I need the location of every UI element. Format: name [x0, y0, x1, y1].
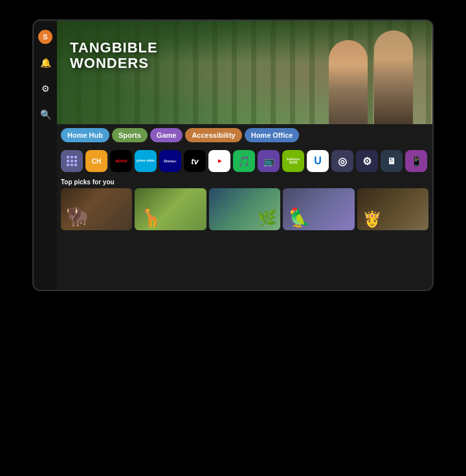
appletv-app-icon[interactable]: tv [184, 150, 206, 172]
hero-title: TANGBIBLE WONDERS [70, 40, 158, 71]
hero-banner: TANGBIBLE WONDERS [57, 21, 432, 124]
accessibility-button[interactable]: Accessibility [185, 128, 241, 142]
picks-row [61, 188, 428, 230]
sports-button[interactable]: Sports [112, 128, 148, 142]
character-1 [329, 40, 368, 124]
netflix-app-icon[interactable]: NETFLIX [110, 150, 132, 172]
monitor-app-icon[interactable]: 🖥 [381, 150, 403, 172]
home-hub-button[interactable]: Home Hub [61, 128, 109, 142]
twitch-app-icon[interactable]: 📺 [258, 150, 280, 172]
apps-row: CH NETFLIX prime video Disney+ tv ▶ 🎵 📺 … [57, 146, 432, 176]
search-icon[interactable]: 🔍 [38, 107, 52, 122]
pick-card-5[interactable] [357, 188, 428, 230]
avatar[interactable]: S [38, 30, 52, 44]
settings-icon[interactable]: ⚙ [38, 81, 52, 96]
ch-app-icon[interactable]: CH [85, 150, 107, 172]
spotify-app-icon[interactable]: 🎵 [233, 150, 255, 172]
all-apps-icon[interactable] [61, 150, 83, 172]
pick-card-2[interactable] [135, 188, 206, 230]
home-office-button[interactable]: Home Office [245, 128, 300, 142]
character-2 [374, 30, 413, 124]
main-content: TANGBIBLE WONDERS Home Hub Sports Game A… [57, 21, 432, 290]
pick-card-4[interactable] [283, 188, 354, 230]
pick-card-3[interactable] [209, 188, 280, 230]
bell-icon[interactable]: 🔔 [38, 56, 52, 70]
tv-frame: S 🔔 ⚙ 🔍 TANGBIBLE WONDERS Home Hub Sport… [32, 19, 434, 291]
top-picks-section: Top picks for you [57, 176, 432, 290]
pick-card-1[interactable] [61, 188, 132, 230]
tv2-app-icon[interactable]: 📱 [405, 150, 427, 172]
disney-app-icon[interactable]: Disney+ [159, 150, 181, 172]
geforce-app-icon[interactable]: GeForce NOW [282, 150, 304, 172]
circle-app-icon[interactable]: ◎ [331, 150, 353, 172]
top-picks-label: Top picks for you [61, 178, 428, 186]
hero-characters [329, 30, 413, 124]
u-app-icon[interactable]: U [307, 150, 329, 172]
youtube-app-icon[interactable]: ▶ [208, 150, 230, 172]
gear-app-icon[interactable]: ⚙ [356, 150, 378, 172]
sidebar: S 🔔 ⚙ 🔍 [34, 21, 57, 290]
game-button[interactable]: Game [150, 128, 183, 142]
prime-app-icon[interactable]: prime video [135, 150, 157, 172]
quick-access-bar: Home Hub Sports Game Accessibility Home … [57, 124, 432, 146]
